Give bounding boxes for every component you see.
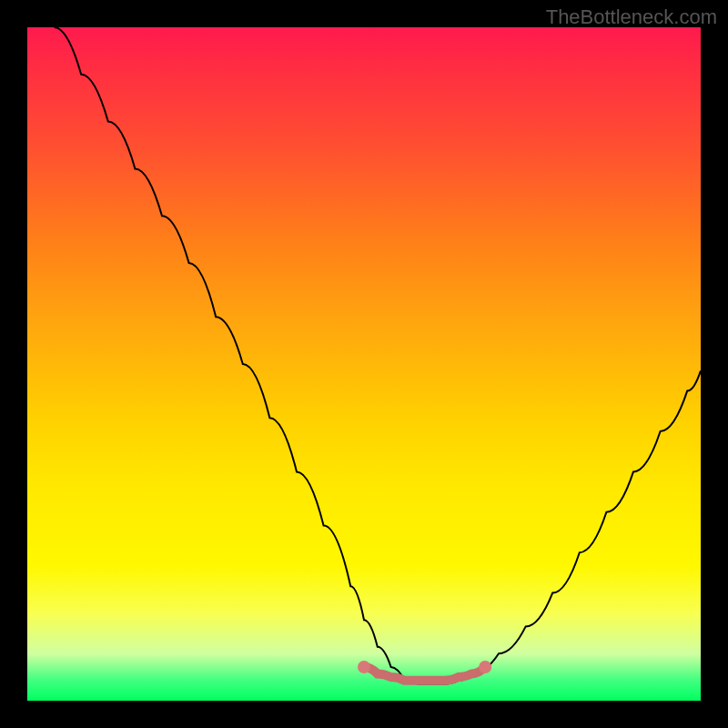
optimal-marker [358,661,370,673]
optimal-band-line [364,667,485,681]
chart-plot-area [27,27,701,701]
watermark-text: TheBottleneck.com [546,5,717,29]
optimal-marker [479,661,491,673]
bottleneck-curve-line [55,27,701,684]
chart-svg [27,27,701,701]
